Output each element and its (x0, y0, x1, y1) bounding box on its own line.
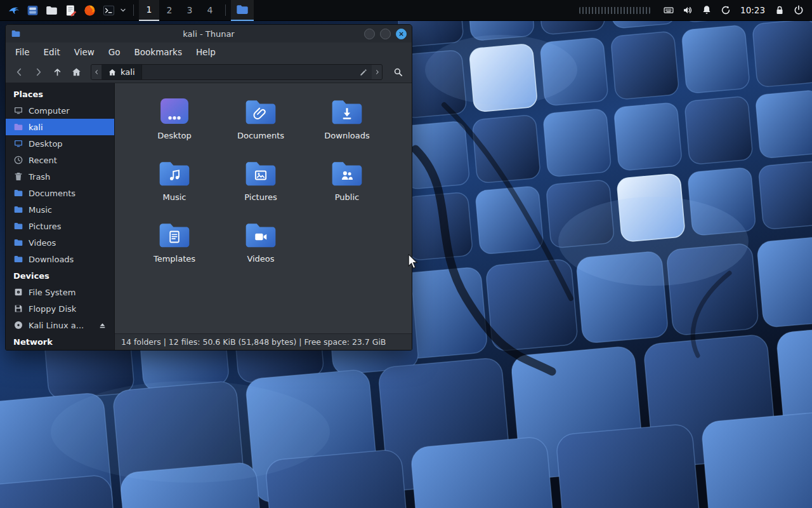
cabinet-icon (26, 4, 39, 17)
bell-icon (701, 4, 712, 16)
file-pictures[interactable]: Pictures (218, 154, 304, 215)
search-button[interactable] (389, 64, 407, 81)
sidebar-item-label: Kali Linux a... (29, 321, 84, 330)
maximize-button[interactable] (380, 29, 391, 39)
back-button[interactable] (11, 64, 27, 81)
path-home-label: kali (121, 67, 135, 77)
sidebar-item-label: Videos (29, 238, 56, 248)
window-body: Places Computer kali Desktop Recent Tras… (6, 83, 412, 350)
folder-icon (13, 188, 23, 198)
file-downloads[interactable]: Downloads (304, 92, 390, 154)
taskbar-left: 1 2 3 4 (4, 0, 254, 20)
kali-menu-button[interactable] (4, 1, 23, 19)
clock[interactable]: 10:23 (735, 5, 770, 15)
keyboard-indicator-button[interactable] (659, 1, 678, 19)
terminal-icon (102, 4, 115, 17)
workspace-4-button[interactable]: 4 (200, 0, 220, 21)
sidebar-item-kali-linux-disc[interactable]: Kali Linux a... (6, 317, 114, 333)
home-button[interactable] (68, 64, 84, 81)
sidebar-item-videos[interactable]: Videos (6, 234, 114, 251)
sidebar-item-recent[interactable]: Recent (6, 152, 114, 168)
sidebar-item-label: Computer (29, 106, 70, 116)
file-documents[interactable]: Documents (218, 92, 304, 154)
workspace-1-button[interactable]: 1 (139, 0, 159, 21)
sidebar-item-floppy-disk[interactable]: Floppy Disk (6, 300, 114, 317)
chevron-down-icon (119, 6, 127, 14)
text-editor-launcher[interactable] (61, 1, 80, 19)
files-app-launcher[interactable] (23, 1, 42, 19)
sidebar-item-downloads[interactable]: Downloads (6, 251, 114, 267)
file-videos[interactable]: Videos (218, 215, 304, 277)
up-button[interactable] (49, 64, 65, 81)
menubar: File Edit View Go Bookmarks Help (6, 43, 412, 62)
path-scroll-right-button[interactable] (372, 65, 382, 79)
sidebar-item-kali[interactable]: kali (6, 119, 114, 135)
sidebar-item-pictures[interactable]: Pictures (6, 218, 114, 234)
file-label: Desktop (157, 131, 192, 140)
desktop-icon (157, 93, 192, 129)
updates-button[interactable] (716, 1, 735, 19)
sidebar: Places Computer kali Desktop Recent Tras… (6, 83, 115, 350)
workspace-2-button[interactable]: 2 (159, 0, 180, 21)
menu-view[interactable]: View (67, 44, 102, 60)
power-icon (793, 4, 804, 16)
file-desktop[interactable]: Desktop (131, 92, 218, 154)
menu-go[interactable]: Go (102, 44, 128, 60)
lock-screen-button[interactable] (770, 1, 789, 19)
path-scroll-left-button[interactable] (91, 65, 102, 79)
firefox-launcher[interactable] (80, 1, 99, 19)
floppy-icon (13, 304, 23, 314)
titlebar[interactable]: kali - Thunar (6, 25, 412, 43)
terminal-dropdown-button[interactable] (118, 1, 128, 19)
folder-icon (45, 4, 58, 17)
sidebar-item-trash[interactable]: Trash (6, 168, 114, 185)
terminal-launcher[interactable] (99, 1, 118, 19)
workspace-3-button[interactable]: 3 (180, 0, 200, 21)
firefox-icon (83, 4, 96, 17)
close-button[interactable] (396, 29, 407, 39)
sidebar-item-music[interactable]: Music (6, 201, 114, 218)
forward-button[interactable] (30, 64, 46, 81)
folder-icon (13, 221, 23, 231)
file-grid: Desktop Documents Downloads Music Pictur… (115, 83, 412, 333)
folder-music-icon (157, 155, 192, 190)
path-edit-field[interactable] (142, 65, 372, 79)
file-label: Pictures (244, 192, 277, 202)
toolbar: kali (6, 62, 412, 83)
minimize-button[interactable] (364, 29, 375, 39)
chevron-left-icon (93, 69, 100, 76)
sidebar-item-file-system[interactable]: File System (6, 284, 114, 300)
status-text: 14 folders | 12 files: 50.6 KiB (51,848 … (121, 337, 386, 347)
file-templates[interactable]: Templates (131, 215, 218, 277)
status-bar: 14 folders | 12 files: 50.6 KiB (51,848 … (115, 333, 412, 350)
menu-bookmarks[interactable]: Bookmarks (128, 44, 189, 60)
sidebar-item-computer[interactable]: Computer (6, 102, 114, 119)
sidebar-item-desktop[interactable]: Desktop (6, 135, 114, 152)
arrow-up-icon (52, 67, 63, 77)
menu-edit[interactable]: Edit (37, 44, 67, 60)
kali-logo-icon (7, 4, 20, 17)
folder-document-icon (157, 217, 192, 252)
file-manager-launcher[interactable] (42, 1, 61, 19)
menu-help[interactable]: Help (189, 44, 223, 60)
menu-file[interactable]: File (8, 44, 37, 60)
file-public[interactable]: Public (304, 154, 390, 215)
eject-icon[interactable] (98, 321, 107, 330)
file-music[interactable]: Music (131, 154, 218, 215)
window-controls (364, 29, 407, 39)
lock-icon (774, 4, 785, 16)
sidebar-item-documents[interactable]: Documents (6, 185, 114, 201)
file-label: Music (163, 192, 187, 202)
sidebar-item-label: Pictures (29, 222, 61, 231)
path-home-segment[interactable]: kali (102, 65, 142, 79)
sidebar-item-label: Downloads (29, 255, 74, 264)
thunar-window-button[interactable] (231, 0, 254, 21)
volume-button[interactable] (678, 1, 697, 19)
pencil-icon (359, 68, 368, 77)
sidebar-header-network: Network (6, 333, 114, 350)
logout-button[interactable] (789, 1, 808, 19)
notifications-button[interactable] (697, 1, 716, 19)
folder-people-icon (329, 155, 365, 190)
taskbar-right: 10:23 (579, 0, 808, 20)
sidebar-item-label: Trash (29, 172, 50, 182)
